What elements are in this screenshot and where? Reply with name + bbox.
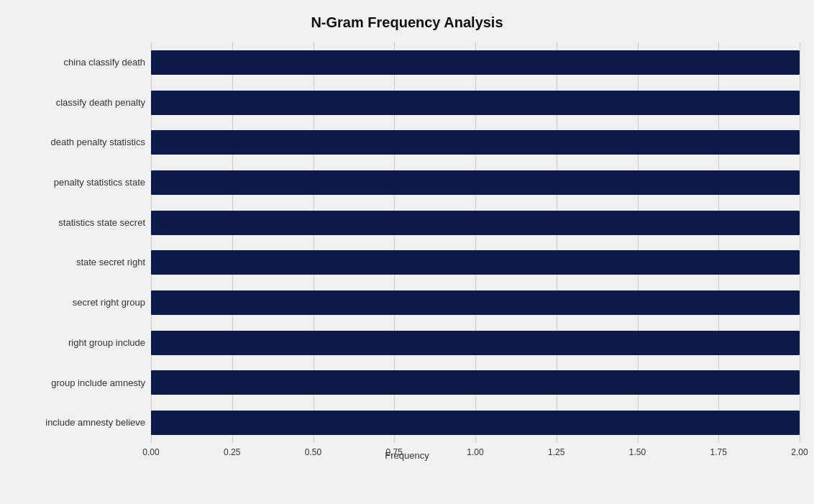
y-label: group include amnesty — [51, 377, 145, 389]
x-tick-label: 0.00 — [142, 447, 159, 457]
y-axis-labels: china classify deathclassify death penal… — [14, 42, 151, 443]
bar-row — [151, 128, 800, 157]
bottom-section: 0.000.250.500.751.001.251.501.752.00 Fre… — [14, 443, 800, 461]
x-tick-label: 2.00 — [791, 447, 808, 457]
bar — [151, 250, 800, 275]
x-tick-label: 0.25 — [224, 447, 240, 457]
bar — [151, 411, 800, 435]
x-tick-label: 0.50 — [305, 447, 321, 457]
chart-area: china classify deathclassify death penal… — [14, 42, 800, 443]
y-label: china classify death — [64, 57, 145, 68]
bar — [151, 170, 800, 195]
bars-wrapper — [151, 42, 800, 443]
x-tick-label: 0.75 — [386, 447, 403, 457]
grid-and-bars — [151, 42, 800, 443]
y-label: include amnesty believe — [45, 417, 145, 429]
bar-row — [151, 209, 800, 237]
x-tick-label: 1.00 — [467, 447, 483, 457]
x-tick-label: 1.25 — [548, 447, 564, 457]
bar — [151, 91, 800, 115]
grid-line — [800, 42, 800, 443]
bar — [151, 211, 800, 235]
x-tick-label: 1.50 — [629, 447, 646, 457]
bar-row — [151, 288, 800, 317]
y-label: death penalty statistics — [50, 137, 145, 148]
y-label: state secret right — [76, 257, 145, 268]
x-axis-title: Frequency — [14, 450, 800, 461]
bar-row — [151, 329, 800, 357]
bar — [151, 50, 800, 75]
y-label: statistics state secret — [58, 217, 145, 229]
chart-container: N-Gram Frequency Analysis china classify… — [0, 0, 814, 504]
bar — [151, 130, 800, 155]
y-label: classify death penalty — [56, 97, 145, 109]
x-tick-label: 1.75 — [710, 447, 727, 457]
bar-row — [151, 48, 800, 77]
bar-row — [151, 168, 800, 197]
bar — [151, 331, 800, 355]
y-label: secret right group — [73, 297, 145, 308]
bar-row — [151, 88, 800, 117]
y-label: right group include — [68, 337, 145, 349]
bar-row — [151, 248, 800, 277]
bar-row — [151, 408, 800, 437]
bar — [151, 290, 800, 315]
bar — [151, 370, 800, 395]
bar-row — [151, 368, 800, 397]
bars-section — [151, 42, 800, 443]
y-label: penalty statistics state — [54, 177, 145, 188]
chart-title: N-Gram Frequency Analysis — [311, 14, 503, 31]
